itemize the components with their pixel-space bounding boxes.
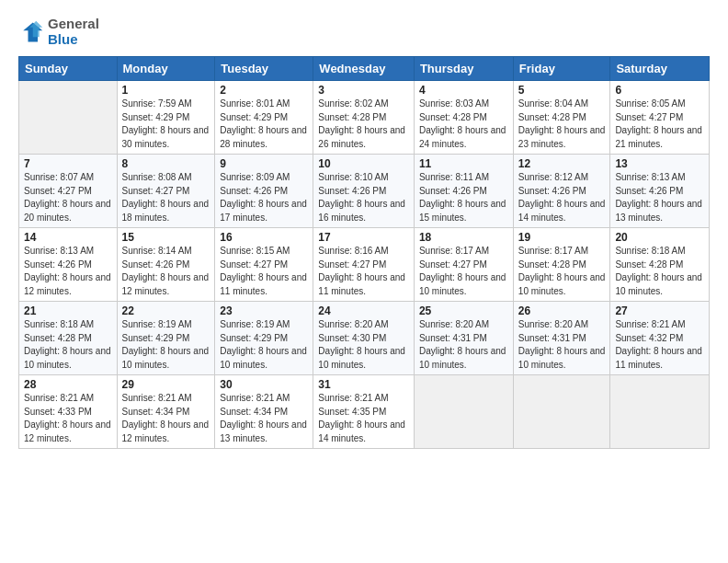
calendar-cell: 27Sunrise: 8:21 AMSunset: 4:32 PMDayligh… — [610, 302, 710, 375]
day-number: 19 — [518, 231, 606, 244]
calendar-cell: 31Sunrise: 8:21 AMSunset: 4:35 PMDayligh… — [313, 375, 415, 449]
day-number: 14 — [24, 231, 112, 244]
calendar-cell: 30Sunrise: 8:21 AMSunset: 4:34 PMDayligh… — [215, 375, 313, 449]
calendar-cell — [414, 375, 513, 449]
day-info: Sunrise: 8:04 AMSunset: 4:28 PMDaylight:… — [518, 98, 606, 151]
day-info: Sunrise: 8:20 AMSunset: 4:31 PMDaylight:… — [419, 318, 508, 372]
calendar-cell: 20Sunrise: 8:18 AMSunset: 4:28 PMDayligh… — [610, 228, 710, 302]
calendar-cell: 19Sunrise: 8:17 AMSunset: 4:28 PMDayligh… — [513, 228, 610, 302]
week-row-5: 28Sunrise: 8:21 AMSunset: 4:33 PMDayligh… — [19, 375, 710, 449]
day-number: 2 — [220, 84, 308, 97]
calendar-cell: 8Sunrise: 8:08 AMSunset: 4:27 PMDaylight… — [117, 155, 215, 228]
day-number: 1 — [122, 84, 210, 97]
calendar-cell — [513, 375, 610, 449]
day-info: Sunrise: 8:18 AMSunset: 4:28 PMDaylight:… — [24, 318, 112, 372]
day-number: 26 — [518, 304, 606, 317]
day-number: 7 — [24, 157, 112, 170]
day-info: Sunrise: 8:19 AMSunset: 4:29 PMDaylight:… — [122, 318, 210, 372]
day-info: Sunrise: 7:59 AMSunset: 4:29 PMDaylight:… — [122, 98, 210, 151]
day-number: 24 — [318, 304, 409, 317]
day-number: 15 — [122, 231, 210, 244]
day-info: Sunrise: 8:11 AMSunset: 4:26 PMDaylight:… — [419, 171, 508, 224]
day-number: 28 — [24, 378, 112, 391]
day-number: 6 — [615, 84, 704, 97]
calendar-cell: 3Sunrise: 8:02 AMSunset: 4:28 PMDaylight… — [313, 81, 415, 155]
day-info: Sunrise: 8:21 AMSunset: 4:35 PMDaylight:… — [318, 392, 409, 445]
day-info: Sunrise: 8:18 AMSunset: 4:28 PMDaylight:… — [615, 245, 704, 298]
calendar-cell: 11Sunrise: 8:11 AMSunset: 4:26 PMDayligh… — [414, 155, 513, 228]
calendar-cell: 15Sunrise: 8:14 AMSunset: 4:26 PMDayligh… — [117, 228, 215, 302]
day-number: 21 — [24, 304, 112, 317]
day-number: 29 — [122, 378, 210, 391]
day-number: 18 — [419, 231, 508, 244]
weekday-header-tuesday: Tuesday — [215, 57, 313, 81]
calendar-cell: 14Sunrise: 8:13 AMSunset: 4:26 PMDayligh… — [19, 228, 118, 302]
logo-text: General Blue — [48, 17, 99, 47]
day-number: 11 — [419, 157, 508, 170]
calendar-cell — [19, 81, 118, 155]
calendar-cell: 22Sunrise: 8:19 AMSunset: 4:29 PMDayligh… — [117, 302, 215, 375]
week-row-3: 14Sunrise: 8:13 AMSunset: 4:26 PMDayligh… — [19, 228, 710, 302]
day-number: 12 — [518, 157, 606, 170]
calendar-cell: 9Sunrise: 8:09 AMSunset: 4:26 PMDaylight… — [215, 155, 313, 228]
day-number: 25 — [419, 304, 508, 317]
day-info: Sunrise: 8:13 AMSunset: 4:26 PMDaylight:… — [615, 171, 704, 224]
page: General Blue SundayMondayTuesdayWednesda… — [0, 0, 728, 563]
day-info: Sunrise: 8:09 AMSunset: 4:26 PMDaylight:… — [220, 171, 308, 224]
day-info: Sunrise: 8:05 AMSunset: 4:27 PMDaylight:… — [615, 98, 704, 151]
day-info: Sunrise: 8:02 AMSunset: 4:28 PMDaylight:… — [318, 98, 409, 151]
calendar-cell: 1Sunrise: 7:59 AMSunset: 4:29 PMDaylight… — [117, 81, 215, 155]
calendar-cell: 7Sunrise: 8:07 AMSunset: 4:27 PMDaylight… — [19, 155, 118, 228]
day-number: 10 — [318, 157, 409, 170]
day-info: Sunrise: 8:12 AMSunset: 4:26 PMDaylight:… — [518, 171, 606, 224]
day-info: Sunrise: 8:19 AMSunset: 4:29 PMDaylight:… — [220, 318, 308, 372]
week-row-2: 7Sunrise: 8:07 AMSunset: 4:27 PMDaylight… — [19, 155, 710, 228]
week-row-1: 1Sunrise: 7:59 AMSunset: 4:29 PMDaylight… — [19, 81, 710, 155]
day-info: Sunrise: 8:21 AMSunset: 4:34 PMDaylight:… — [122, 392, 210, 445]
day-number: 3 — [318, 84, 409, 97]
day-info: Sunrise: 8:13 AMSunset: 4:26 PMDaylight:… — [24, 245, 112, 298]
weekday-header-monday: Monday — [117, 57, 215, 81]
calendar-cell: 5Sunrise: 8:04 AMSunset: 4:28 PMDaylight… — [513, 81, 610, 155]
weekday-header-wednesday: Wednesday — [313, 57, 415, 81]
day-number: 8 — [122, 157, 210, 170]
calendar-cell: 4Sunrise: 8:03 AMSunset: 4:28 PMDaylight… — [414, 81, 513, 155]
logo: General Blue — [18, 17, 99, 47]
day-number: 20 — [615, 231, 704, 244]
calendar-cell: 18Sunrise: 8:17 AMSunset: 4:27 PMDayligh… — [414, 228, 513, 302]
weekday-header-thursday: Thursday — [414, 57, 513, 81]
day-number: 30 — [220, 378, 308, 391]
calendar-cell: 17Sunrise: 8:16 AMSunset: 4:27 PMDayligh… — [313, 228, 415, 302]
weekday-header-saturday: Saturday — [610, 57, 710, 81]
day-info: Sunrise: 8:21 AMSunset: 4:32 PMDaylight:… — [615, 318, 704, 372]
day-info: Sunrise: 8:20 AMSunset: 4:31 PMDaylight:… — [518, 318, 606, 372]
calendar-cell: 28Sunrise: 8:21 AMSunset: 4:33 PMDayligh… — [19, 375, 118, 449]
day-info: Sunrise: 8:10 AMSunset: 4:26 PMDaylight:… — [318, 171, 409, 224]
day-number: 22 — [122, 304, 210, 317]
calendar-cell: 21Sunrise: 8:18 AMSunset: 4:28 PMDayligh… — [19, 302, 118, 375]
day-info: Sunrise: 8:21 AMSunset: 4:34 PMDaylight:… — [220, 392, 308, 445]
day-info: Sunrise: 8:15 AMSunset: 4:27 PMDaylight:… — [220, 245, 308, 298]
weekday-header-friday: Friday — [513, 57, 610, 81]
day-number: 16 — [220, 231, 308, 244]
calendar-cell: 10Sunrise: 8:10 AMSunset: 4:26 PMDayligh… — [313, 155, 415, 228]
calendar-cell: 29Sunrise: 8:21 AMSunset: 4:34 PMDayligh… — [117, 375, 215, 449]
day-info: Sunrise: 8:17 AMSunset: 4:28 PMDaylight:… — [518, 245, 606, 298]
calendar-cell: 26Sunrise: 8:20 AMSunset: 4:31 PMDayligh… — [513, 302, 610, 375]
calendar-cell: 12Sunrise: 8:12 AMSunset: 4:26 PMDayligh… — [513, 155, 610, 228]
day-info: Sunrise: 8:07 AMSunset: 4:27 PMDaylight:… — [24, 171, 112, 224]
calendar-cell: 2Sunrise: 8:01 AMSunset: 4:29 PMDaylight… — [215, 81, 313, 155]
calendar-table: SundayMondayTuesdayWednesdayThursdayFrid… — [18, 56, 710, 449]
day-number: 4 — [419, 84, 508, 97]
header: General Blue — [18, 17, 710, 47]
calendar-cell: 24Sunrise: 8:20 AMSunset: 4:30 PMDayligh… — [313, 302, 415, 375]
calendar-cell: 13Sunrise: 8:13 AMSunset: 4:26 PMDayligh… — [610, 155, 710, 228]
day-number: 5 — [518, 84, 606, 97]
day-number: 31 — [318, 378, 409, 391]
weekday-header-row: SundayMondayTuesdayWednesdayThursdayFrid… — [19, 57, 710, 81]
day-info: Sunrise: 8:08 AMSunset: 4:27 PMDaylight:… — [122, 171, 210, 224]
logo-icon — [18, 19, 44, 45]
day-info: Sunrise: 8:16 AMSunset: 4:27 PMDaylight:… — [318, 245, 409, 298]
calendar-cell: 23Sunrise: 8:19 AMSunset: 4:29 PMDayligh… — [215, 302, 313, 375]
day-number: 27 — [615, 304, 704, 317]
